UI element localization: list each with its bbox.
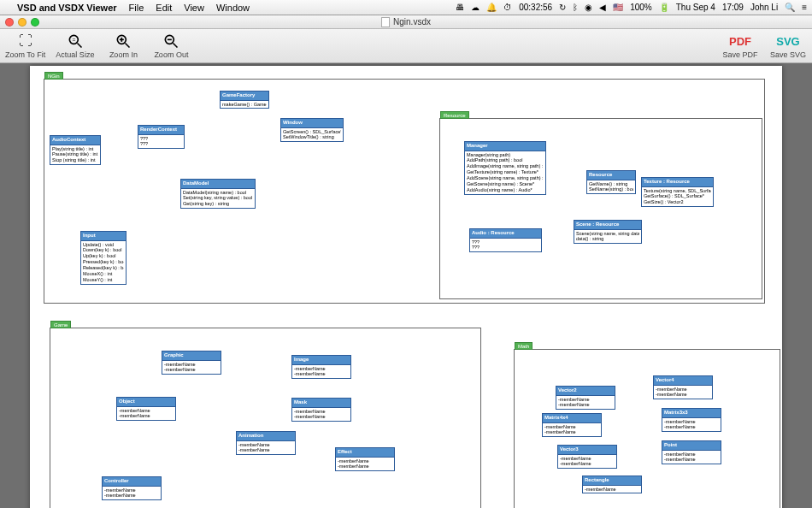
svg-text:=: = — [72, 37, 75, 43]
window-titlebar: Ngin.vsdx — [0, 15, 812, 29]
bluetooth-icon[interactable]: ᛒ — [573, 3, 578, 12]
class-manager[interactable]: Manager Manager(string path) AddPath(str… — [464, 141, 546, 195]
class-data-model[interactable]: DataModel DataModel(string name) : bool … — [180, 179, 256, 209]
class-matrix3x3[interactable]: Matrix3x3 -memberName-memberName — [662, 408, 721, 432]
class-vector2[interactable]: Vector2 -memberName-memberName — [556, 386, 615, 410]
canvas-viewport[interactable]: NGin GameFactory makeGame() : Game Windo… — [0, 63, 812, 508]
class-point[interactable]: Point -memberName-memberName — [662, 440, 721, 464]
zoom-to-fit-icon: ⛶ — [17, 32, 34, 50]
printer-icon[interactable]: 🖶 — [456, 3, 464, 12]
class-render-context[interactable]: RenderContext ??? ??? — [138, 125, 185, 149]
document-icon — [381, 17, 390, 27]
class-texture[interactable]: Texture : Resource Texture(string name, … — [641, 177, 714, 207]
class-resource[interactable]: Resource GetName() : string SetName(stri… — [586, 170, 636, 194]
svg-line-1 — [77, 44, 81, 48]
class-mask[interactable]: Mask -memberName-memberName — [291, 398, 351, 422]
package-math: Math Vector2 -memberName-memberName Vect… — [514, 349, 780, 508]
class-vector3[interactable]: Vector3 -memberName-memberName — [557, 445, 617, 469]
save-svg-label: Save SVG — [770, 50, 806, 59]
app-title[interactable]: VSD and VSDX Viewer — [17, 3, 117, 13]
class-audio[interactable]: Audio : Resource ??? ??? — [469, 228, 542, 252]
zoom-to-fit-button[interactable]: ⛶ Zoom To Fit — [5, 32, 45, 59]
class-rectangle[interactable]: Rectangle -memberName — [582, 476, 642, 493]
document-title: Ngin.vsdx — [381, 17, 431, 27]
menu-window[interactable]: Window — [216, 3, 250, 13]
status-area: 🖶 ☁ 🔔 ⏱ 00:32:56 ↻ ᛒ ◉ ◀ 🇺🇸 100% 🔋 Thu S… — [456, 3, 807, 12]
class-controller[interactable]: Controller -memberName-memberName — [102, 476, 162, 500]
class-animation[interactable]: Animation -memberName-memberName — [236, 431, 296, 455]
wifi-icon[interactable]: ◉ — [585, 3, 592, 12]
class-image[interactable]: Image -memberName-memberName — [291, 355, 351, 379]
package-game: Game Graphic -memberName-memberName Imag… — [50, 328, 481, 508]
class-effect[interactable]: Effect -memberName-memberName — [335, 447, 395, 471]
battery-percent: 100% — [630, 3, 652, 12]
diagram-page: NGin GameFactory makeGame() : Game Windo… — [30, 66, 782, 508]
zoom-out-icon — [162, 32, 179, 50]
traffic-lights — [5, 18, 39, 27]
actual-size-label: Actual Size — [56, 50, 94, 59]
volume-icon[interactable]: ◀ — [599, 3, 606, 12]
save-pdf-button[interactable]: PDF Save PDF — [721, 32, 759, 59]
class-scene[interactable]: Scene : Resource Scene(string name, stri… — [574, 220, 642, 244]
svg-line-8 — [174, 44, 178, 48]
user-name[interactable]: John Li — [750, 3, 778, 12]
cloud-icon[interactable]: ☁ — [471, 3, 480, 12]
pdf-icon: PDF — [732, 32, 749, 50]
svg-icon: SVG — [780, 32, 797, 50]
class-object[interactable]: Object -memberName-memberName — [116, 397, 176, 421]
package-ngin: NGin GameFactory makeGame() : Game Windo… — [44, 79, 765, 304]
menu-view[interactable]: View — [184, 3, 204, 13]
clock: 17:09 — [722, 3, 744, 12]
package-ngin-label: NGin — [44, 72, 63, 80]
system-menubar: VSD and VSDX Viewer File Edit View Windo… — [0, 0, 812, 15]
package-resource-label: Resource — [440, 111, 469, 119]
package-resource: Resource Manager Manager(string path) Ad… — [439, 118, 762, 299]
package-game-label: Game — [50, 321, 71, 328]
class-audio-context[interactable]: AudioContext Play(string title) : int Pa… — [50, 135, 101, 165]
menu-file[interactable]: File — [129, 3, 144, 13]
menu-edit[interactable]: Edit — [156, 3, 172, 13]
class-window[interactable]: Window GetScreen() : SDL_Surface* SetWin… — [280, 118, 344, 142]
notification-icon[interactable]: 🔔 — [486, 3, 497, 12]
zoom-in-label: Zoom In — [109, 50, 138, 59]
toolbar: ⛶ Zoom To Fit = Actual Size Zoom In Zoom… — [0, 29, 812, 63]
zoom-out-label: Zoom Out — [154, 50, 188, 59]
zoom-out-button[interactable]: Zoom Out — [152, 32, 190, 59]
save-svg-button[interactable]: SVG Save SVG — [769, 32, 807, 59]
class-vector4[interactable]: Vector4 -memberName-memberName — [653, 375, 713, 399]
class-graphic[interactable]: Graphic -memberName-memberName — [162, 351, 221, 375]
zoom-to-fit-label: Zoom To Fit — [5, 50, 45, 59]
flag-icon[interactable]: 🇺🇸 — [613, 3, 623, 12]
battery-icon[interactable]: 🔋 — [659, 3, 669, 12]
minimize-window-button[interactable] — [18, 18, 26, 27]
class-input[interactable]: Input Update() : void Down(key k) : bool… — [80, 231, 127, 285]
zoom-in-button[interactable]: Zoom In — [104, 32, 142, 59]
sync-icon[interactable]: ↻ — [559, 3, 566, 12]
menu-extras-icon[interactable]: ≡ — [802, 3, 807, 12]
package-math-label: Math — [515, 342, 533, 350]
save-pdf-label: Save PDF — [722, 50, 757, 59]
class-game-factory[interactable]: GameFactory makeGame() : Game — [220, 91, 269, 109]
zoom-in-icon — [115, 32, 132, 50]
actual-size-icon: = — [67, 32, 84, 50]
svg-line-4 — [126, 44, 130, 48]
class-matrix4x4[interactable]: Matrix4x4 -memberName-memberName — [542, 413, 602, 437]
close-window-button[interactable] — [5, 18, 14, 27]
zoom-window-button[interactable] — [31, 18, 39, 27]
document-name: Ngin.vsdx — [393, 17, 431, 27]
date: Thu Sep 4 — [676, 3, 715, 12]
spotlight-icon[interactable]: 🔍 — [785, 3, 795, 12]
time-counter: 00:32:56 — [519, 3, 552, 12]
actual-size-button[interactable]: = Actual Size — [56, 32, 94, 59]
timer-icon: ⏱ — [503, 3, 512, 12]
